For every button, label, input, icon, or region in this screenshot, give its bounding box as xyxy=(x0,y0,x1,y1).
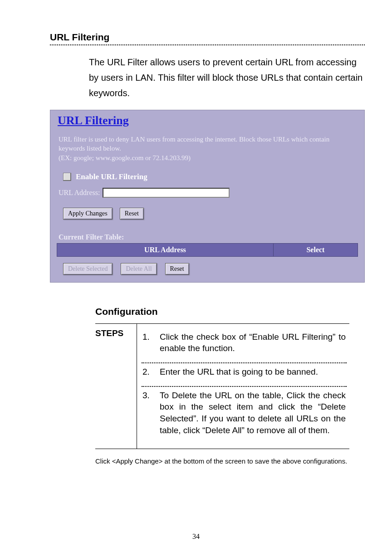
panel-title: URL Filtering xyxy=(58,114,358,127)
step-number: 3. xyxy=(142,390,151,436)
url-filtering-panel: URL Filtering URL filter is used to deny… xyxy=(50,110,365,283)
step-number: 1. xyxy=(142,331,151,354)
column-header-url: URL Address xyxy=(57,244,274,256)
delete-all-button[interactable]: Delete All xyxy=(121,263,157,275)
steps-table: STEPS 1. Click the check box of “Enable … xyxy=(95,323,349,449)
enable-url-filtering-label: Enable URL Filtering xyxy=(76,172,147,181)
step-number: 2. xyxy=(142,366,151,378)
enable-url-filtering-checkbox[interactable] xyxy=(63,173,71,181)
panel-help-text: URL filter is used to deny LAN users fro… xyxy=(59,135,350,162)
reset-button[interactable]: Reset xyxy=(120,208,144,220)
configuration-footnote: Click <Apply Change> at the bottom of th… xyxy=(95,457,365,465)
column-header-select: Select xyxy=(274,244,358,256)
step-text: Click the check box of “Enable URL Filte… xyxy=(160,331,346,354)
section-divider xyxy=(50,44,365,45)
step-text: To Delete the URL on the table, Click th… xyxy=(160,390,346,436)
url-address-label: URL Address: xyxy=(59,189,100,197)
steps-label: STEPS xyxy=(95,324,137,449)
section-title: URL Filtering xyxy=(50,32,365,43)
filter-table-caption: Current Filter Table: xyxy=(59,233,358,241)
step-row: 2. Enter the URL that is going to be ban… xyxy=(142,363,347,386)
configuration-heading: Configuration xyxy=(95,306,365,317)
apply-changes-button[interactable]: Apply Changes xyxy=(63,208,113,220)
step-row: 1. Click the check box of “Enable URL Fi… xyxy=(142,328,347,362)
delete-selected-button[interactable]: Delete Selected xyxy=(63,263,113,275)
page-number: 34 xyxy=(0,533,392,541)
reset-table-button[interactable]: Reset xyxy=(165,263,189,275)
step-row: 3. To Delete the URL on the table, Click… xyxy=(142,387,347,445)
filter-table: URL Address Select xyxy=(57,243,358,257)
url-address-input[interactable] xyxy=(103,188,230,198)
step-text: Enter the URL that is going to be banned… xyxy=(160,366,318,378)
section-intro: The URL Filter allows users to prevent c… xyxy=(89,54,365,101)
